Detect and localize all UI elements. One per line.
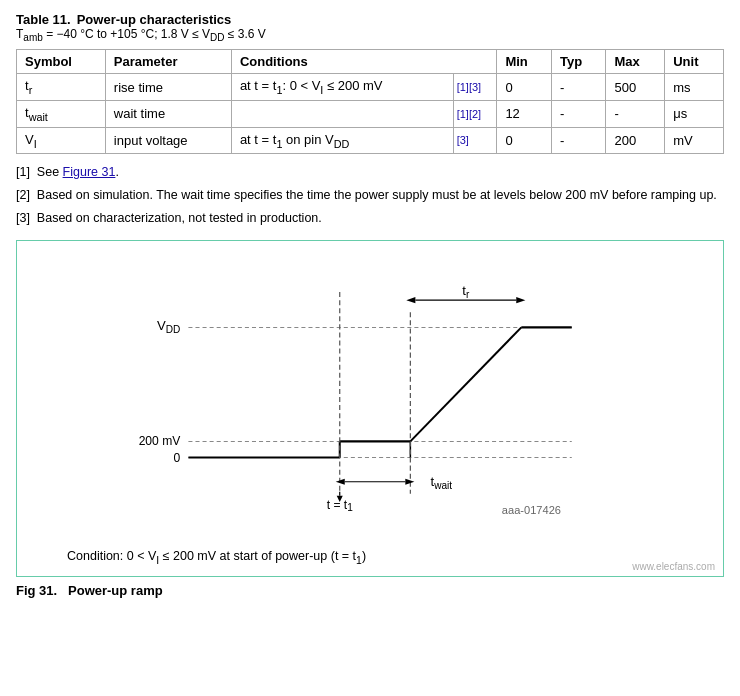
- watermark: www.elecfans.com: [632, 561, 715, 572]
- row1-symbol: tr: [17, 74, 106, 101]
- row1-max: 500: [606, 74, 665, 101]
- fn2-text: Based on simulation. The wait time speci…: [37, 188, 717, 202]
- table-row: VI input voltage at t = t1 on pin VDD [3…: [17, 127, 724, 154]
- twait-label: twait: [431, 474, 453, 491]
- row1-min: 0: [497, 74, 552, 101]
- ref-label: aaa-017426: [502, 504, 561, 516]
- col-min: Min: [497, 50, 552, 74]
- condition-text: Condition: 0 < VI ≤ 200 mV at start of p…: [27, 549, 713, 566]
- table-row: tr rise time at t = t1: 0 < VI ≤ 200 mV …: [17, 74, 724, 101]
- row3-conditions: at t = t1 on pin VDD: [231, 127, 453, 154]
- row3-typ: -: [552, 127, 606, 154]
- characteristics-table: Symbol Parameter Conditions Min Typ Max …: [16, 49, 724, 154]
- fn2-num: [2]: [16, 188, 30, 202]
- fig-caption: Fig 31. Power-up ramp: [16, 583, 724, 598]
- row2-symbol: twait: [17, 100, 106, 127]
- table-subtitle: Tamb = −40 °C to +105 °C; 1.8 V ≤ VDD ≤ …: [16, 27, 724, 43]
- row1-ref: [1][3]: [453, 74, 497, 101]
- fn3-text: Based on characterization, not tested in…: [37, 211, 322, 225]
- footnotes-section: [1] See Figure 31. [2] Based on simulati…: [16, 162, 724, 228]
- row3-min: 0: [497, 127, 552, 154]
- fn1-num: [1]: [16, 165, 30, 179]
- fig-num: Fig 31.: [16, 583, 57, 598]
- footnote-1: [1] See Figure 31.: [16, 162, 724, 182]
- tr-label: tr: [462, 283, 470, 300]
- zero-label: 0: [174, 451, 181, 465]
- col-parameter: Parameter: [105, 50, 231, 74]
- fig-desc: Power-up ramp: [68, 583, 163, 598]
- diagram-svg: VDD 200 mV 0: [27, 253, 713, 543]
- row2-unit: μs: [665, 100, 724, 127]
- row2-typ: -: [552, 100, 606, 127]
- diagram-inner: VDD 200 mV 0: [27, 253, 713, 543]
- col-unit: Unit: [665, 50, 724, 74]
- col-typ: Typ: [552, 50, 606, 74]
- row3-symbol: VI: [17, 127, 106, 154]
- table-row: twait wait time [1][2] 12 - - μs: [17, 100, 724, 127]
- row1-parameter: rise time: [105, 74, 231, 101]
- col-symbol: Symbol: [17, 50, 106, 74]
- row2-conditions: [231, 100, 453, 127]
- svg-line-7: [410, 328, 521, 442]
- row2-ref: [1][2]: [453, 100, 497, 127]
- row2-parameter: wait time: [105, 100, 231, 127]
- diagram-box: VDD 200 mV 0: [16, 240, 724, 577]
- table-number: Table 11.: [16, 12, 71, 27]
- 200mv-label: 200 mV: [139, 435, 182, 449]
- row2-max: -: [606, 100, 665, 127]
- tr-arrow-left: [406, 297, 415, 303]
- sub-amb: amb: [23, 32, 42, 43]
- row3-parameter: input voltage: [105, 127, 231, 154]
- row3-max: 200: [606, 127, 665, 154]
- vdd-label: VDD: [157, 319, 180, 336]
- row1-typ: -: [552, 74, 606, 101]
- row1-conditions: at t = t1: 0 < VI ≤ 200 mV: [231, 74, 453, 101]
- table-title-row: Table 11. Power-up characteristics: [16, 12, 724, 27]
- table-description: Power-up characteristics: [77, 12, 232, 27]
- row3-unit: mV: [665, 127, 724, 154]
- footnote-2: [2] Based on simulation. The wait time s…: [16, 185, 724, 205]
- footnote-3: [3] Based on characterization, not teste…: [16, 208, 724, 228]
- col-conditions: Conditions: [231, 50, 497, 74]
- row3-ref: [3]: [453, 127, 497, 154]
- col-max: Max: [606, 50, 665, 74]
- tr-arrow-right: [516, 297, 525, 303]
- row2-min: 12: [497, 100, 552, 127]
- fn1-link[interactable]: Figure 31: [63, 165, 116, 179]
- fn3-num: [3]: [16, 211, 30, 225]
- row1-unit: ms: [665, 74, 724, 101]
